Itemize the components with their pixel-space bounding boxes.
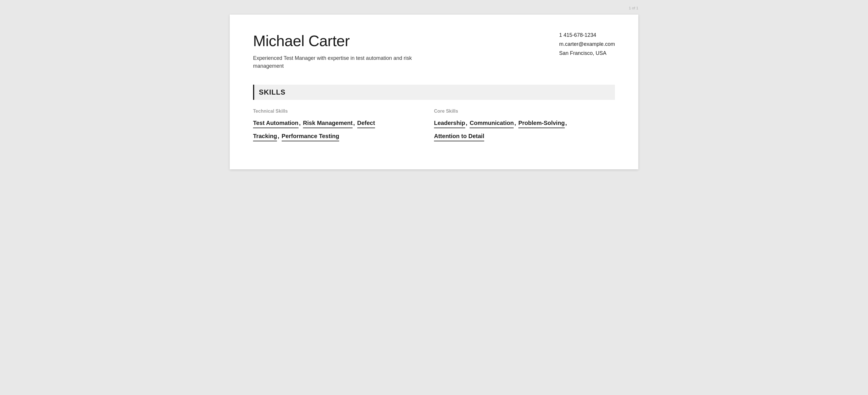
skill-defect-label: Defect xyxy=(357,120,375,128)
technical-skills-column: Technical Skills Test Automation , Risk xyxy=(253,109,434,146)
technical-skills-title: Technical Skills xyxy=(253,109,422,114)
header-section: Michael Carter Experienced Test Manager … xyxy=(253,32,615,70)
core-skills-column: Core Skills Leadership , Communication xyxy=(434,109,615,146)
skill-leadership-label: Leadership xyxy=(434,120,465,128)
skill-problem-solving-group: Problem-Solving , xyxy=(518,120,567,128)
skill-test-automation-label: Test Automation xyxy=(253,120,299,128)
skill-risk-management-label: Risk Management xyxy=(303,120,352,128)
header-left: Michael Carter Experienced Test Manager … xyxy=(253,32,548,70)
skill-performance-testing-label: Performance Testing xyxy=(282,133,339,141)
skill-tracking: Tracking xyxy=(253,133,277,141)
skill-defect: Defect xyxy=(357,120,375,128)
skills-columns: Technical Skills Test Automation , Risk xyxy=(253,109,615,146)
skill-tracking-underline xyxy=(253,141,277,141)
skill-leadership-group: Leadership , xyxy=(434,120,467,128)
page-number: 1 of 1 xyxy=(629,6,638,10)
core-skills-list: Leadership , Communication , xyxy=(434,120,603,146)
skill-defect-underline xyxy=(357,128,375,128)
skill-tracking-label: Tracking xyxy=(253,133,277,141)
skill-test-automation: Test Automation xyxy=(253,120,299,128)
skill-problem-solving-underline xyxy=(518,128,565,128)
skill-risk-management-underline xyxy=(303,128,352,128)
header-right: 1 415-678-1234 m.carter@example.com San … xyxy=(548,32,615,59)
skill-test-automation-underline xyxy=(253,128,299,128)
skill-communication-underline xyxy=(470,128,514,128)
candidate-name: Michael Carter xyxy=(253,32,548,50)
skills-section: SKILLS Technical Skills Test Automation … xyxy=(253,85,615,146)
resume-page: Michael Carter Experienced Test Manager … xyxy=(230,14,638,169)
skill-performance-testing: Performance Testing xyxy=(282,133,339,141)
skill-attention-to-detail-underline xyxy=(434,141,484,141)
skill-communication: Communication xyxy=(470,120,514,128)
skill-attention-to-detail: Attention to Detail xyxy=(434,133,484,141)
skill-problem-solving: Problem-Solving xyxy=(518,120,565,128)
contact-phone: 1 415-678-1234 xyxy=(559,32,615,38)
technical-skills-list: Test Automation , Risk Management , xyxy=(253,120,422,146)
skill-risk-management-group: Risk Management , xyxy=(303,120,355,128)
contact-location: San Francisco, USA xyxy=(559,50,615,56)
page-wrapper: 1 of 1 Michael Carter Experienced Test M… xyxy=(230,6,638,169)
skills-section-header: SKILLS xyxy=(253,85,615,100)
skill-performance-testing-underline xyxy=(282,141,339,141)
skill-communication-group: Communication , xyxy=(470,120,516,128)
skill-leadership-underline xyxy=(434,128,465,128)
skill-attention-to-detail-label: Attention to Detail xyxy=(434,133,484,141)
skill-communication-label: Communication xyxy=(470,120,514,128)
skills-section-title: SKILLS xyxy=(259,88,285,96)
candidate-subtitle: Experienced Test Manager with expertise … xyxy=(253,54,413,70)
core-skills-title: Core Skills xyxy=(434,109,603,114)
skill-test-automation-group: Test Automation , xyxy=(253,120,301,128)
skill-tracking-group: Tracking , xyxy=(253,133,279,141)
skill-risk-management: Risk Management xyxy=(303,120,352,128)
contact-email: m.carter@example.com xyxy=(559,41,615,47)
skill-leadership: Leadership xyxy=(434,120,465,128)
skill-problem-solving-label: Problem-Solving xyxy=(518,120,565,128)
